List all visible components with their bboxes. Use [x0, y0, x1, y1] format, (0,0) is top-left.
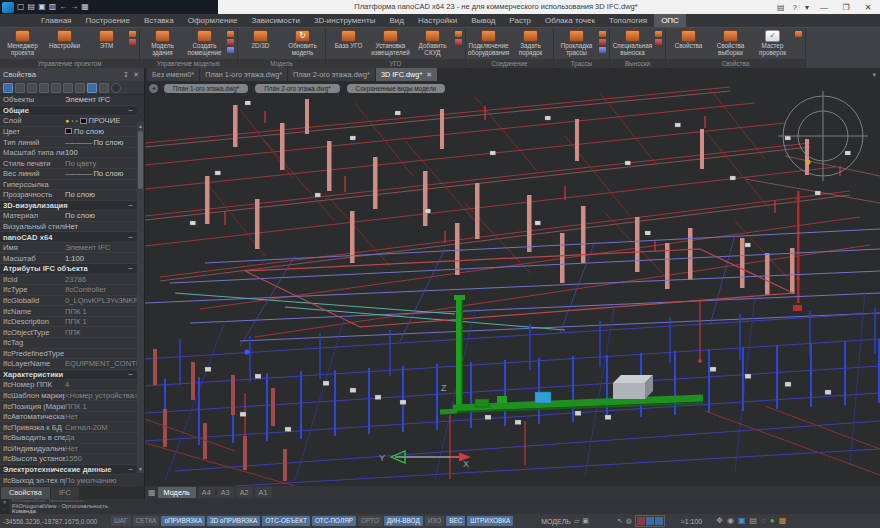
save-icon[interactable]: ▣ [38, 2, 46, 12]
drawing-viewport[interactable]: ◂ План 1-ого этажа.dwg*План 2-ого этажа.… [145, 81, 880, 486]
panel-tab-IFC[interactable]: IFC [51, 487, 79, 499]
annotation-add-icon[interactable] [655, 517, 663, 525]
ribbon-button[interactable]: Добавить СКУД [412, 29, 453, 56]
workspace-icon[interactable]: ▦ [779, 516, 787, 526]
property-row[interactable]: IfcИндивидуальный к...Нет [0, 444, 137, 455]
restore-button[interactable]: ❐ [836, 1, 856, 14]
status-toggle[interactable]: 3D оПРИВЯЗКА [207, 516, 260, 526]
ribbon-button[interactable]: Установка извещателей [370, 29, 411, 56]
viewport-back-button[interactable]: ◂ [149, 84, 158, 93]
property-row[interactable]: IfcШаблон маркиров...<Номер устройства>.… [0, 391, 137, 402]
property-row[interactable]: IfcПривязка к БДСигнал-20М [0, 422, 137, 433]
ribbon-mini-icon[interactable] [599, 31, 606, 37]
status-toggle[interactable]: ШТРИХОВКА [467, 516, 513, 526]
property-row[interactable]: IfcАвтоматическая м...Нет [0, 412, 137, 423]
viewport-canvas[interactable]: Z Y X [145, 81, 880, 486]
ribbon-button[interactable]: ЭТМ [86, 29, 127, 50]
ribbon-tab[interactable]: Вставка [137, 14, 181, 27]
status-toggle[interactable]: ОРТО [358, 516, 382, 526]
property-row[interactable]: Визуальный стильНет [0, 222, 137, 233]
collapse-icon[interactable]: − [128, 370, 137, 379]
ribbon-mini-icon[interactable] [129, 31, 136, 37]
property-row[interactable]: IfcВыход эл-тех пров...По умолчанию [0, 475, 137, 486]
ribbon-tab[interactable]: ОПС [654, 14, 686, 27]
help-dropdown-icon[interactable]: ▾ [802, 3, 812, 12]
command-close-icon[interactable]: ✕ [2, 500, 6, 505]
ribbon-button[interactable]: Создать помещение [184, 29, 225, 56]
pin-icon[interactable]: ↧ [121, 71, 131, 79]
property-section-header[interactable]: Атрибуты IFC объекта− [0, 264, 137, 275]
view-pill[interactable]: План 1-ого этажа.dwg* [164, 84, 248, 93]
ribbon-button[interactable]: Специальная выноска [612, 29, 653, 56]
ribbon-button[interactable]: Менеджер проекта [2, 29, 43, 56]
monitor-icon[interactable]: ▤ [750, 516, 758, 526]
ribbon-tab[interactable]: Построение [78, 14, 137, 27]
properties-scrollbar[interactable]: ▲ ▼ [137, 122, 144, 473]
orbit-icon[interactable]: ◌ [761, 516, 766, 526]
document-tab[interactable]: Без имени0* [147, 68, 199, 81]
layer-lock-icon[interactable]: ▪ [71, 118, 73, 124]
open-file-icon[interactable]: ▤ [28, 2, 36, 12]
property-row[interactable]: IfcВыводить в специ...Да [0, 433, 137, 444]
property-row[interactable]: IfcNameППК 1 [0, 306, 137, 317]
select-lasso-icon[interactable] [99, 83, 109, 93]
ribbon-mini-icon[interactable] [599, 39, 606, 45]
status-toggle[interactable]: ОТС-ОБЪЕКТ [262, 516, 310, 526]
ribbon-mini-icon[interactable] [455, 31, 462, 37]
ribbon-tab[interactable]: Вывод [464, 14, 502, 27]
status-toggle[interactable]: ШАГ [111, 516, 131, 526]
status-toggle[interactable]: ОТС-ПОЛЯР [312, 516, 356, 526]
property-row[interactable]: ПрозрачностьПо слою [0, 190, 137, 201]
command-line[interactable]: ✕ ◦ FitOrtogonalView - Ортогональность F… [0, 499, 880, 514]
command-history[interactable]: FitOrtogonalView - Ортогональность FitOr… [9, 499, 880, 514]
property-row[interactable]: IfcНомер ППК4 [0, 380, 137, 391]
ribbon-mini-icon[interactable] [227, 47, 234, 53]
ribbon-button[interactable]: Свойства [668, 29, 709, 50]
layout-tab-sheet[interactable]: A4 [198, 487, 215, 498]
property-section-header[interactable]: 3D-визуализация− [0, 201, 137, 212]
property-row[interactable]: Тип линий————По слою [0, 137, 137, 148]
property-row[interactable]: IfcObjectTypeППК [0, 327, 137, 338]
collapse-icon[interactable]: − [128, 264, 137, 273]
ribbon-button[interactable]: 2D/3D [240, 29, 281, 50]
property-row[interactable]: IfcGlobalId0_LQnvKPL3Yv3NKP_B7... [0, 296, 137, 307]
collapse-icon[interactable]: − [128, 106, 137, 115]
ribbon-button[interactable]: Подключение оборудования [468, 29, 509, 56]
zoom-icon[interactable]: ◉ [727, 516, 734, 526]
ribbon-mini-icon[interactable] [129, 39, 136, 45]
pan-icon[interactable]: ✥ [716, 516, 723, 526]
ribbon-mini-icon[interactable] [795, 31, 802, 37]
collapse-icon[interactable]: − [128, 233, 137, 242]
status-toggle[interactable]: ИЗО [425, 516, 444, 526]
print-icon[interactable]: ▦ [81, 2, 89, 12]
ribbon-tab[interactable]: Главная [34, 14, 78, 27]
layout-tab-sheet[interactable]: A3 [217, 487, 234, 498]
save-all-icon[interactable]: ▥ [49, 2, 57, 12]
highlight-icon[interactable] [87, 83, 97, 93]
status-toggle[interactable]: ДИН-ВВОД [384, 516, 423, 526]
property-row[interactable]: ОбъектыЭлемент IFC [0, 95, 137, 106]
scroll-down-icon[interactable]: ▼ [137, 465, 144, 473]
view-pill[interactable]: План 2-ого этажа.dwg* [255, 84, 339, 93]
info-icon[interactable] [111, 83, 121, 93]
cursor-icon[interactable]: ↖ [617, 517, 623, 525]
ribbon-mini-icon[interactable] [227, 31, 234, 37]
property-section-header[interactable]: Общие− [0, 106, 137, 117]
property-row[interactable]: Масштаб типа линий100 [0, 148, 137, 159]
ribbon-button[interactable]: Задать порядок [510, 29, 551, 56]
fullscreen-icon[interactable]: ▣ [738, 516, 746, 526]
property-section-header[interactable]: nanoCAD x64− [0, 232, 137, 243]
ribbon-tab[interactable]: Топология [602, 14, 654, 27]
property-row[interactable]: ЦветПо слою [0, 127, 137, 138]
new-file-icon[interactable]: ▢ [17, 2, 25, 12]
ribbon-button[interactable]: Прокладка трассы [556, 29, 597, 56]
status-toggle[interactable]: оПРИВЯЗКА [161, 516, 205, 526]
collapse-icon[interactable]: − [128, 201, 137, 210]
property-row[interactable]: IfcTypeIfcController [0, 285, 137, 296]
property-section-header[interactable]: Характеристики− [0, 370, 137, 381]
layout-tab-model[interactable]: Модель [158, 487, 196, 498]
property-row[interactable]: Масштаб1:100 [0, 253, 137, 264]
close-button[interactable]: ✕ [858, 1, 878, 14]
book-icon[interactable]: ▤ [774, 3, 788, 12]
help-button[interactable]: ? [790, 3, 800, 12]
